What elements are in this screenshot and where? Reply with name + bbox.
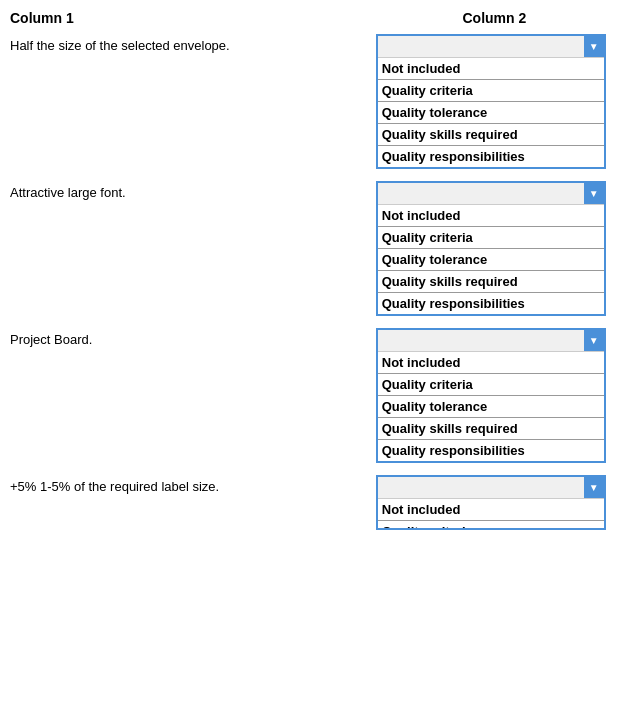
row-4: +5% 1-5% of the required label size. ▼ N… xyxy=(10,475,613,530)
main-container: Column 1 Column 2 Half the size of the s… xyxy=(10,10,613,530)
dropdown-4-arrow-icon[interactable]: ▼ xyxy=(584,477,604,498)
list-item[interactable]: Not included xyxy=(378,352,604,374)
row2-col2-dropdown: ▼ Not included Quality criteria Quality … xyxy=(376,181,613,316)
list-item[interactable]: Quality criteria xyxy=(378,227,604,249)
dropdown-2-arrow-icon[interactable]: ▼ xyxy=(584,183,604,204)
dropdown-3-arrow-icon[interactable]: ▼ xyxy=(584,330,604,351)
dropdown-1-arrow-icon[interactable]: ▼ xyxy=(584,36,604,57)
dropdown-1[interactable]: ▼ Not included Quality criteria Quality … xyxy=(376,34,606,169)
list-item[interactable]: Quality responsibilities xyxy=(378,293,604,314)
dropdown-3-header[interactable]: ▼ xyxy=(378,330,604,352)
dropdown-1-list: Not included Quality criteria Quality to… xyxy=(378,58,604,167)
dropdown-3[interactable]: ▼ Not included Quality criteria Quality … xyxy=(376,328,606,463)
row3-col1-text: Project Board. xyxy=(10,328,376,347)
dropdown-3-list: Not included Quality criteria Quality to… xyxy=(378,352,604,461)
column2-header: Column 2 xyxy=(376,10,613,26)
row-2: Attractive large font. ▼ Not included Qu… xyxy=(10,181,613,316)
dropdown-1-header[interactable]: ▼ xyxy=(378,36,604,58)
row-3: Project Board. ▼ Not included Quality cr… xyxy=(10,328,613,463)
header-row: Column 1 Column 2 xyxy=(10,10,613,26)
list-item[interactable]: Quality responsibilities xyxy=(378,440,604,461)
list-item[interactable]: Quality tolerance xyxy=(378,396,604,418)
row4-col1-text: +5% 1-5% of the required label size. xyxy=(10,475,376,494)
list-item[interactable]: Quality criteria xyxy=(378,80,604,102)
dropdown-2[interactable]: ▼ Not included Quality criteria Quality … xyxy=(376,181,606,316)
list-item[interactable]: Quality criteria xyxy=(378,374,604,396)
list-item[interactable]: Quality tolerance xyxy=(378,102,604,124)
row1-col1-text: Half the size of the selected envelope. xyxy=(10,34,376,53)
list-item[interactable]: Not included xyxy=(378,499,604,521)
row-1: Half the size of the selected envelope. … xyxy=(10,34,613,169)
dropdown-2-header[interactable]: ▼ xyxy=(378,183,604,205)
row1-col2-dropdown: ▼ Not included Quality criteria Quality … xyxy=(376,34,613,169)
dropdown-2-list: Not included Quality criteria Quality to… xyxy=(378,205,604,314)
dropdown-4-header[interactable]: ▼ xyxy=(378,477,604,499)
list-item[interactable]: Quality skills required xyxy=(378,124,604,146)
column1-header: Column 1 xyxy=(10,10,376,26)
row3-col2-dropdown: ▼ Not included Quality criteria Quality … xyxy=(376,328,613,463)
list-item[interactable]: Quality tolerance xyxy=(378,249,604,271)
dropdown-4-list: Not included Quality criteria xyxy=(378,499,604,530)
list-item[interactable]: Quality skills required xyxy=(378,418,604,440)
list-item[interactable]: Quality criteria xyxy=(378,521,604,530)
dropdown-4[interactable]: ▼ Not included Quality criteria xyxy=(376,475,606,530)
list-item[interactable]: Not included xyxy=(378,58,604,80)
list-item[interactable]: Not included xyxy=(378,205,604,227)
list-item[interactable]: Quality responsibilities xyxy=(378,146,604,167)
list-item[interactable]: Quality skills required xyxy=(378,271,604,293)
row2-col1-text: Attractive large font. xyxy=(10,181,376,200)
row4-col2-dropdown: ▼ Not included Quality criteria xyxy=(376,475,613,530)
